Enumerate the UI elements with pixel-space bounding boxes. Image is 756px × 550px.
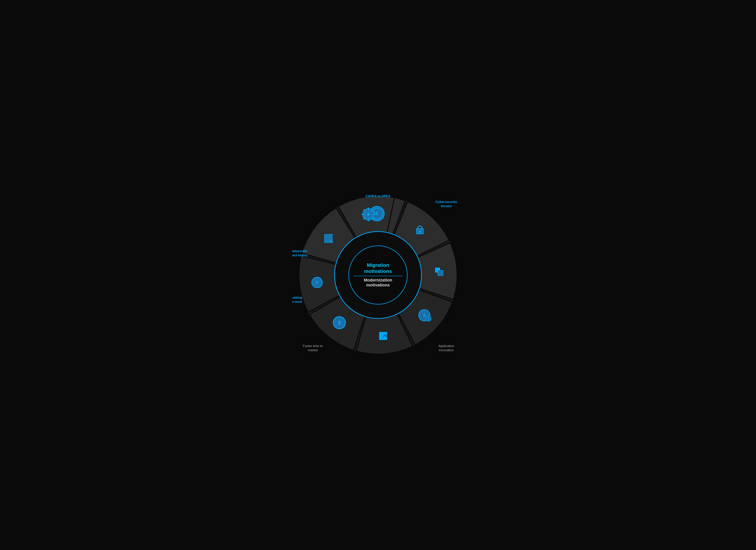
svg-text:⚙: ⚙ — [315, 280, 319, 285]
svg-text:Datacenter: Datacenter — [292, 249, 307, 253]
svg-text:innovation: innovation — [439, 348, 454, 352]
svg-text:⚙: ⚙ — [428, 317, 430, 320]
svg-text:Faster time to: Faster time to — [303, 344, 323, 348]
svg-text:$: $ — [376, 211, 378, 216]
svg-rect-10 — [438, 270, 443, 276]
svg-text:Cybersecurity: Cybersecurity — [435, 200, 457, 204]
svg-text:Enabling: Enabling — [292, 296, 302, 299]
svg-point-28 — [367, 213, 370, 216]
svg-rect-22 — [324, 234, 332, 237]
svg-text:CAPEX to OPEX: CAPEX to OPEX — [365, 194, 391, 198]
center-divider — [353, 276, 403, 276]
svg-text:Application: Application — [438, 344, 454, 348]
svg-text:market: market — [308, 348, 318, 352]
svg-text:hybrid work: hybrid work — [292, 300, 302, 304]
diagram-container: $$⚙$⚙CAPEX to OPEXCybersecuritythreatsBu… — [292, 189, 464, 361]
svg-rect-23 — [324, 237, 332, 240]
center-circle: Migration motivations Modernization moti… — [348, 245, 408, 305]
svg-point-25 — [331, 241, 332, 242]
migration-motivations-label: Migration motivations — [364, 262, 392, 274]
svg-text:$: $ — [423, 313, 425, 318]
svg-text:contract expiry: contract expiry — [292, 253, 308, 257]
svg-text:threats: threats — [441, 204, 452, 208]
svg-text:$: $ — [338, 320, 341, 326]
modernization-motivations-label: Modernization motivations — [364, 278, 392, 288]
